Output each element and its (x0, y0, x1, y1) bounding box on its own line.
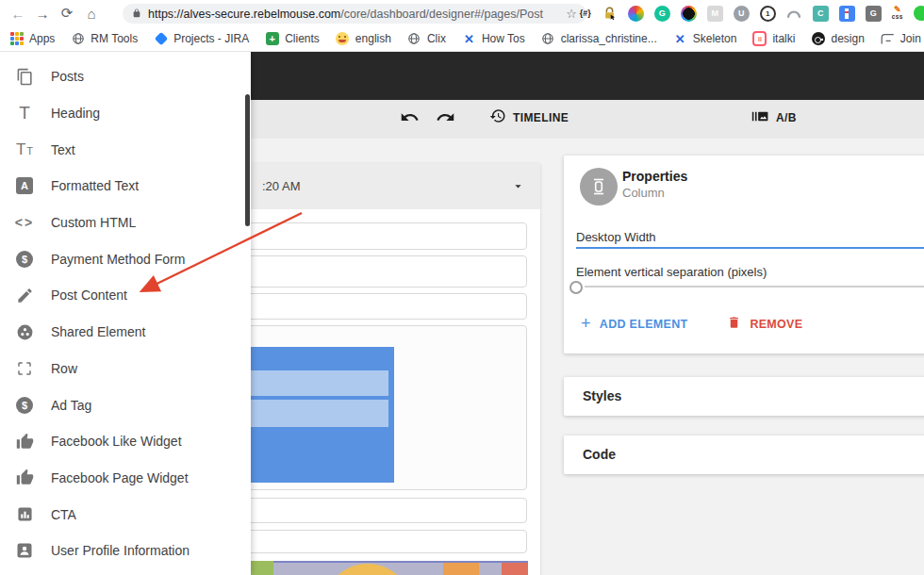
styles-panel[interactable]: Styles (564, 377, 924, 416)
undo-button[interactable] (400, 107, 420, 130)
trash-icon (727, 315, 741, 333)
sidebar-item-payment-method-form[interactable]: $ Payment Method Form (0, 240, 251, 277)
separation-slider-handle[interactable] (569, 281, 583, 294)
code-panel[interactable]: Code (564, 435, 924, 474)
bookmark-how-tos[interactable]: ✕ How Tos (462, 32, 525, 46)
bracket-bubble-icon (881, 32, 895, 46)
remove-label: REMOVE (750, 318, 802, 331)
sidebar-item-post-content[interactable]: Post Content (0, 277, 251, 314)
sidebar-item-heading[interactable]: T Heading (0, 95, 251, 132)
bookmark-label: design (831, 32, 864, 45)
globe-icon (71, 32, 85, 46)
url-bar[interactable]: https://alves-secure.rebelmouse.com/core… (123, 4, 586, 24)
bookmark-apps[interactable]: Apps (9, 32, 55, 46)
bookmark-label: Apps (29, 32, 55, 45)
sidebar-item-ad-tag[interactable]: $ Ad Tag (0, 386, 251, 423)
back-button[interactable]: ← (6, 6, 30, 22)
ext-lighthouse-icon[interactable] (839, 6, 855, 22)
redo-icon (436, 107, 455, 130)
sidebar-scrollbar[interactable] (245, 94, 250, 226)
bookmark-clarissa[interactable]: clarissa_christine... (541, 32, 657, 46)
desktop-width-input[interactable] (576, 247, 924, 249)
bookmark-design[interactable]: design (811, 32, 864, 46)
properties-panel: Properties Column Desktop Width Element … (564, 156, 924, 353)
reload-button[interactable]: ⟳ (55, 5, 79, 22)
add-element-button[interactable]: + ADD ELEMENT (581, 314, 687, 334)
sidebar-item-shared-element[interactable]: Shared Element (0, 314, 251, 351)
ext-css-pencil-icon[interactable]: ✎css (892, 6, 903, 22)
sidebar-item-label: Heading (51, 106, 100, 121)
ext-sync-icon[interactable]: C (813, 6, 829, 22)
sidebar-item-cta[interactable]: CTA (0, 496, 251, 533)
sidebar-item-label: Ad Tag (51, 398, 91, 413)
ab-test-button[interactable]: A/B (751, 107, 797, 128)
panel-subtitle: Column (622, 186, 665, 200)
forward-button[interactable]: → (30, 6, 55, 22)
bookmark-label: Skeleton (693, 32, 737, 45)
ext-circled-one-icon[interactable]: 1 (760, 6, 776, 22)
bookmark-label: clarissa_christine... (561, 32, 657, 45)
bookmark-star-icon[interactable]: ☆ (566, 7, 577, 21)
globe-icon (541, 32, 555, 46)
crop-corners-icon (13, 357, 36, 380)
ext-m-icon[interactable]: M (707, 6, 723, 22)
bookmark-label: Clients (285, 32, 320, 45)
ext-green-circle-icon[interactable] (914, 6, 924, 21)
separation-label: Element vertical separation (pixels) (576, 265, 767, 279)
ext-arch-icon[interactable] (786, 6, 802, 22)
history-clock-icon (489, 107, 506, 127)
bookmark-english[interactable]: english (336, 32, 391, 46)
ext-color-wheel-icon[interactable] (628, 6, 644, 22)
bookmark-italki[interactable]: ii italki (752, 32, 795, 46)
bookmark-clix[interactable]: Clix (407, 32, 446, 46)
sidebar-item-label: Post Content (51, 288, 127, 303)
panel-title: Properties (622, 169, 687, 184)
ext-grammarly-icon[interactable]: G (654, 6, 670, 22)
blue-x-icon: ✕ (462, 32, 476, 46)
ext-colorzilla-icon[interactable] (681, 6, 697, 22)
sidebar-item-label: Posts (51, 69, 84, 84)
ext-braces-icon[interactable]: {#} (580, 6, 591, 22)
timeline-button[interactable]: TIMELINE (489, 107, 569, 127)
elements-sidebar: Posts T Heading TT Text A Formatted Text… (0, 52, 251, 575)
globe-icon (407, 32, 421, 46)
bookmark-label: Projects - JIRA (173, 32, 249, 45)
sidebar-item-facebook-page-widget[interactable]: Facebook Page Widget (0, 460, 251, 497)
home-button[interactable]: ⌂ (79, 6, 104, 22)
sidebar-item-row[interactable]: Row (0, 351, 251, 387)
sidebar-item-label: Payment Method Form (51, 252, 185, 267)
bookmark-clients[interactable]: + Clients (265, 32, 320, 46)
ext-g-icon[interactable]: G (866, 6, 882, 22)
thumb-up-icon (13, 467, 36, 489)
sidebar-item-label: User Profile Information (51, 543, 190, 558)
remove-button[interactable]: REMOVE (727, 315, 802, 333)
sidebar-item-posts[interactable]: Posts (0, 58, 251, 95)
strip-red-block (502, 563, 528, 575)
bar-chart-square-icon (13, 503, 36, 526)
sidebar-item-label: Facebook Page Widget (51, 470, 189, 485)
sidebar-item-label: Shared Element (51, 324, 145, 339)
ab-label: A/B (776, 111, 797, 124)
styles-section-title: Styles (564, 377, 924, 416)
ext-u-icon[interactable]: U (734, 6, 750, 22)
column-avatar-icon (580, 168, 618, 205)
chevron-down-icon[interactable] (511, 179, 525, 197)
bookmark-projects-jira[interactable]: Projects - JIRA (154, 32, 249, 46)
bookmark-label: Join Groups (900, 32, 924, 45)
sidebar-item-user-profile-information[interactable]: User Profile Information (0, 533, 251, 569)
separation-slider-track[interactable] (585, 286, 924, 288)
bookmark-skeleton[interactable]: ✕ Skeleton (673, 32, 737, 46)
dollar-circle-icon: $ (13, 394, 36, 417)
ext-padlock-icon[interactable] (602, 6, 618, 22)
bookmark-label: How Tos (482, 32, 525, 45)
bookmarks-bar: Apps RM Tools Projects - JIRA + Clients … (0, 26, 924, 52)
bookmark-rm-tools[interactable]: RM Tools (71, 32, 138, 46)
sidebar-item-label: Formatted Text (51, 178, 139, 193)
redo-button[interactable] (436, 107, 455, 130)
green-plus-square-icon: + (265, 32, 279, 46)
sidebar-item-custom-html[interactable]: <> Custom HTML (0, 205, 251, 241)
sidebar-item-facebook-like-widget[interactable]: Facebook Like Widget (0, 423, 251, 460)
bookmark-join-groups[interactable]: Join Groups (881, 32, 924, 46)
sidebar-item-formatted-text[interactable]: A Formatted Text (0, 168, 251, 205)
sidebar-item-text[interactable]: TT Text (0, 131, 251, 168)
